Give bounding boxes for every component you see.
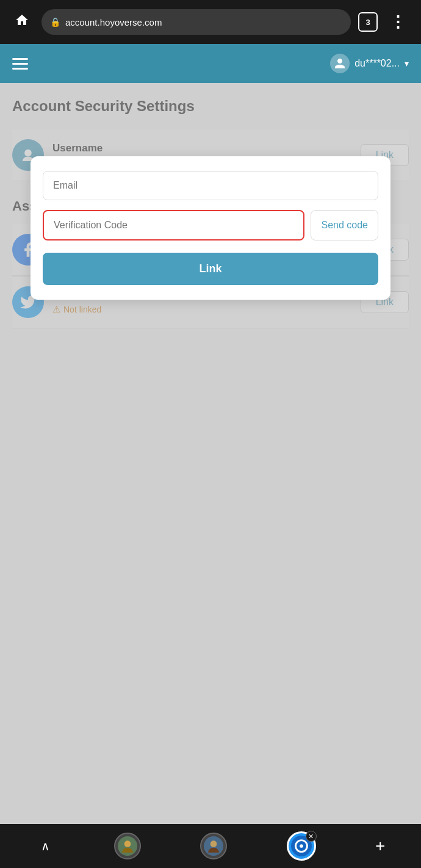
send-code-button[interactable]: Send code [311,210,378,241]
app-header: du****02... ▾ [0,44,421,83]
verification-code-input[interactable] [43,210,304,241]
browser-chrome: 🔒 account.hoyoverse.com 3 ⋮ [0,0,421,44]
nav-avatar-2[interactable] [200,833,227,859]
tabs-button[interactable]: 3 [358,12,378,32]
nav-avatar-main[interactable]: ✕ [287,831,316,861]
svg-point-3 [124,841,131,847]
user-avatar-icon [330,54,350,73]
add-tab-button[interactable]: + [375,836,385,856]
svg-point-8 [300,844,303,848]
back-button[interactable]: ∧ [36,834,55,858]
close-badge: ✕ [306,831,317,842]
link-email-modal: Send code Link [31,156,390,300]
home-button[interactable] [10,8,34,36]
modal-overlay: Send code Link [0,83,421,824]
user-menu[interactable]: du****02... ▾ [330,54,409,73]
address-text: account.hoyoverse.com [65,17,162,27]
verification-row: Send code [43,210,378,241]
svg-point-5 [210,841,217,847]
username-display: du****02... [354,58,400,69]
address-bar[interactable]: 🔒 account.hoyoverse.com [41,9,351,35]
lock-icon: 🔒 [50,17,60,27]
email-input[interactable] [43,171,378,200]
link-submit-button[interactable]: Link [43,253,378,285]
chevron-down-icon: ▾ [405,59,409,68]
hamburger-menu-button[interactable] [12,58,28,70]
bottom-navigation: ∧ ✕ + [0,824,421,868]
page-content: Account Security Settings Username ⚠ Not… [0,83,421,824]
nav-avatar-1[interactable] [114,833,141,859]
more-menu-button[interactable]: ⋮ [385,8,411,37]
